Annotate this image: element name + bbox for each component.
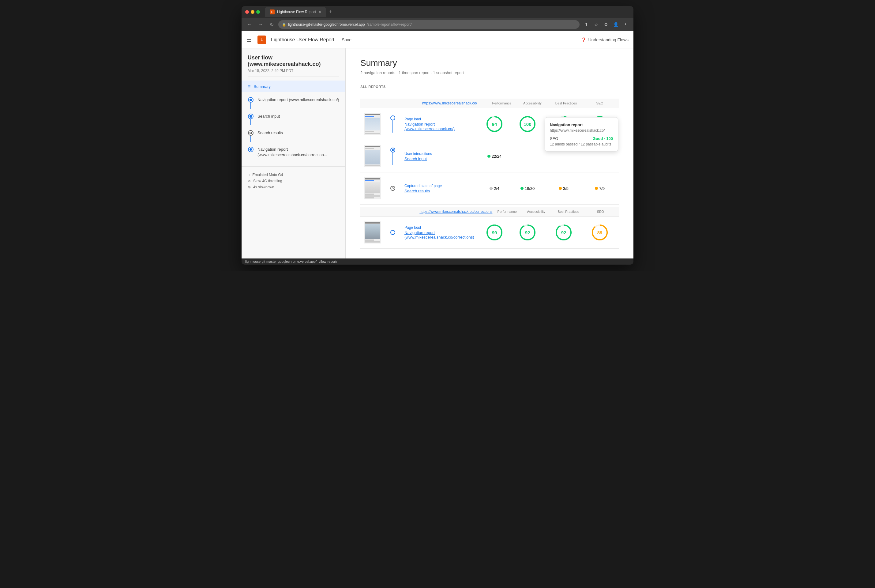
device-item-1: ≋ Slow 4G throttling — [248, 179, 339, 183]
flow-dot-1 — [390, 116, 395, 120]
report-type-snapshot: Captured state of page — [405, 184, 477, 188]
green-dot — [487, 154, 490, 158]
tooltip-url: https://www.mikescerealshack.co/ — [550, 128, 613, 133]
report-name-nav1[interactable]: Navigation report (www.mikescerealshack.… — [405, 122, 477, 131]
score-92c: 92 — [561, 230, 566, 235]
score-circle-99[interactable]: 99 — [486, 224, 503, 241]
timeline-item-search-input[interactable]: Search input — [248, 111, 339, 128]
thumbnail-search-input — [364, 145, 381, 167]
col-performance-2: Performance — [492, 210, 521, 213]
report-info-nav1: Page load Navigation report (www.mikesce… — [405, 117, 477, 131]
score-circle-92b[interactable]: 92 — [519, 224, 536, 241]
thumbnail-nav1 — [364, 113, 381, 135]
report-name-search[interactable]: Search input — [405, 156, 477, 161]
timeline-item-nav2-title: Navigation report (www.mikescerealshack.… — [258, 147, 339, 158]
tooltip-title: Navigation report — [550, 123, 613, 127]
bookmark-icon[interactable]: ☆ — [592, 20, 600, 29]
maximize-button[interactable] — [256, 10, 260, 14]
share-icon[interactable]: ⬆ — [582, 20, 590, 29]
score-snapshot-perf: 2/4 — [479, 186, 510, 191]
orange-dot-2 — [595, 187, 598, 190]
traffic-lights — [245, 10, 260, 14]
report-type-search: User interactions — [405, 152, 477, 156]
green-dot-2 — [520, 187, 523, 190]
understanding-flows-link[interactable]: ❓ Understanding Flows — [581, 38, 629, 42]
col-accessibility-1: Accessibility — [517, 101, 548, 105]
timeline-item-search-content: Search input — [258, 114, 339, 120]
active-tab[interactable]: L Lighthouse Flow Report × — [265, 7, 326, 17]
report-info-search-results: Captured state of page Search results — [405, 184, 477, 193]
score-3-5: 3/5 — [559, 186, 569, 191]
sidebar-summary-label: Summary — [253, 84, 271, 89]
score-seo-nav2[interactable]: 89 — [584, 224, 615, 241]
section-url-2[interactable]: https://www.mikescerealshack.co/correcti… — [420, 210, 492, 214]
timeline-item-search-results[interactable]: Search results — [248, 128, 339, 144]
score-circle-100[interactable]: 100 — [519, 116, 536, 133]
slowdown-label: 4x slowdown — [253, 185, 274, 189]
timeline-item-nav1-title: Navigation report (www.mikescerealshack.… — [258, 97, 339, 103]
forward-button[interactable]: → — [256, 20, 265, 29]
score-89: 89 — [597, 230, 602, 235]
flow-date: Mar 15, 2022, 2:49 PM PDT — [248, 69, 339, 73]
hamburger-icon[interactable]: ☰ — [246, 36, 251, 43]
refresh-button[interactable]: ↻ — [267, 20, 276, 29]
address-path: /sample-reports/flow-report/ — [367, 22, 412, 27]
timeline-item-nav1[interactable]: Navigation report (www.mikescerealshack.… — [248, 94, 339, 111]
nav-dot-2 — [248, 147, 253, 152]
report-type-nav2: Page load — [405, 225, 477, 230]
score-92b: 92 — [525, 230, 530, 235]
report-info-nav2: Page load Navigation report (www.mikesce… — [405, 225, 477, 240]
score-accessibility-nav1[interactable]: 100 — [512, 116, 543, 133]
timeline-line-2 — [250, 119, 251, 125]
back-button[interactable]: ← — [245, 20, 254, 29]
save-button[interactable]: Save — [339, 36, 354, 44]
score-22-24: 22/24 — [487, 154, 502, 159]
tab-close-icon[interactable]: × — [319, 9, 321, 14]
flow-title: User flow (www.mikescerealshack.co) — [248, 54, 339, 68]
toolbar-icons: ⬆ ☆ ⚙ 👤 ⋮ — [582, 20, 630, 29]
tooltip-detail: 12 audits passed / 12 passable audits — [550, 142, 613, 146]
device-item-0: □ Emulated Moto G4 — [248, 173, 339, 177]
score-circle-89[interactable]: 89 — [591, 224, 608, 241]
score-94: 94 — [492, 122, 497, 127]
sidebar-item-summary[interactable]: ≡ Summary — [241, 81, 345, 92]
score-accessibility-nav2[interactable]: 92 — [512, 224, 543, 241]
device-item-2: ⊕ 4x slowdown — [248, 185, 339, 189]
tab-title: Lighthouse Flow Report — [277, 10, 316, 14]
timeline-item-nav1-content: Navigation report (www.mikescerealshack.… — [258, 97, 339, 104]
address-bar[interactable]: 🔒 lighthouse-git-master-googlechrome.ver… — [278, 20, 580, 29]
report-name-nav2[interactable]: Navigation report (www.mikescerealshack.… — [405, 230, 477, 240]
score-performance-nav2[interactable]: 99 — [479, 224, 510, 241]
score-search-input: 22/24 — [479, 154, 510, 159]
thumbnail-search-results — [364, 177, 381, 200]
section-url-1[interactable]: https://www.mikescerealshack.co/ — [422, 101, 487, 105]
score-circle-92c[interactable]: 92 — [555, 224, 572, 241]
status-url: lighthouse-git-master-googlechrome.verce… — [245, 260, 337, 263]
sidebar-footer: □ Emulated Moto G4 ≋ Slow 4G throttling … — [241, 166, 345, 197]
score-snapshot-seo: 7/9 — [584, 186, 615, 191]
timeline-item-nav2[interactable]: Navigation report (www.mikescerealshack.… — [248, 144, 339, 161]
profile-icon[interactable]: 👤 — [611, 20, 620, 29]
score-99: 99 — [492, 230, 497, 235]
score-performance-nav1[interactable]: 94 — [479, 116, 510, 133]
throttle-label: Slow 4G throttling — [253, 179, 282, 183]
close-button[interactable] — [245, 10, 249, 14]
report-name-snapshot[interactable]: Search results — [405, 189, 477, 193]
reports-section-1: https://www.mikescerealshack.co/ Perform… — [360, 99, 619, 205]
list-icon: ≡ — [248, 84, 250, 89]
score-circle-94[interactable]: 94 — [486, 116, 503, 133]
score-seo-nav1[interactable]: 100 Navigation report https://www.mikesc… — [584, 116, 615, 133]
new-tab-button[interactable]: + — [326, 8, 335, 16]
timeline-line — [250, 103, 251, 109]
score-bestpractices-nav2[interactable]: 92 — [545, 224, 582, 241]
menu-icon[interactable]: ⋮ — [621, 20, 630, 29]
all-reports-label: ALL REPORTS — [360, 85, 619, 88]
extension-icon[interactable]: ⚙ — [602, 20, 610, 29]
sidebar: User flow (www.mikescerealshack.co) Mar … — [241, 48, 346, 258]
sidebar-divider — [248, 76, 339, 77]
minimize-button[interactable] — [251, 10, 255, 14]
app-title: Lighthouse User Flow Report — [271, 37, 334, 43]
tab-favicon: L — [270, 9, 275, 14]
summary-heading: Summary — [360, 58, 619, 68]
tooltip-section: SEO — [550, 136, 558, 141]
